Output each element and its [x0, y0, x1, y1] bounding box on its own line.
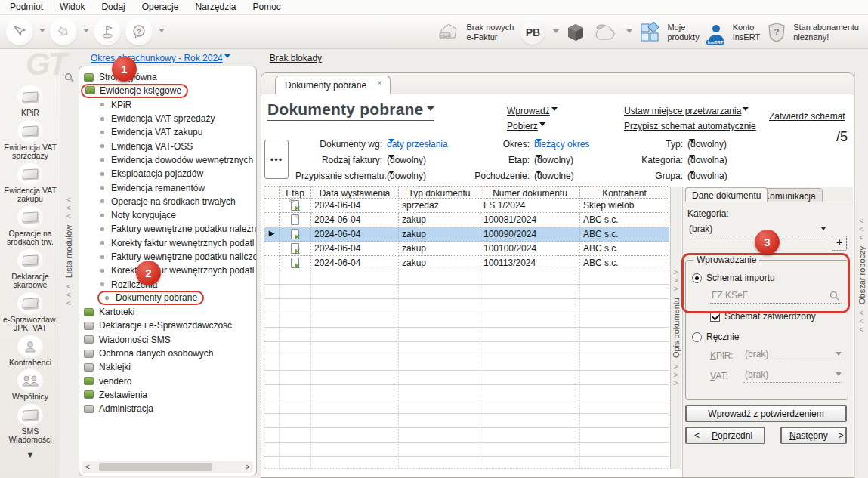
cloud-icon[interactable] — [592, 22, 618, 43]
tab-close-icon[interactable]: × — [377, 78, 382, 88]
tree-item-vat-oss[interactable]: Ewidencja VAT-OSS — [79, 139, 256, 153]
lista-modulow-strip[interactable]: <<< Lista modułów <<< — [61, 66, 76, 473]
wprowadz-link[interactable]: Wprowadź — [507, 106, 558, 116]
tree-item-korekty-nalezny[interactable]: Korekty faktur wewnętrznych podatl — [79, 236, 256, 250]
tree-item-deklaracje[interactable]: Deklaracje i e-Sprawozdawczość — [79, 319, 256, 332]
module-srodki-trwale[interactable]: Operacje na środkach trw. — [0, 206, 60, 247]
wprowadz-z-potwierdzeniem-button[interactable]: Wprowadź z potwierdzeniem — [685, 405, 847, 422]
help-icon[interactable]: ? — [125, 18, 153, 45]
przypisz-schemat-link[interactable]: Przypisz schemat automatycznie — [624, 121, 756, 131]
menu-narzedzia[interactable]: Narzędzia — [187, 0, 244, 14]
accounting-period-link[interactable]: Okres obrachunkowy - Rok 2024 — [91, 53, 230, 63]
send-arrow-icon[interactable] — [50, 18, 77, 45]
tree-item-noty-korygujace[interactable]: Noty korygujące — [79, 208, 256, 222]
select-arrow-dropdown[interactable] — [39, 29, 45, 35]
tree-item-zestawienia[interactable]: Zestawienia — [79, 388, 256, 402]
pobierz-link[interactable]: Pobierz — [507, 121, 545, 131]
col-numer-dokumentu[interactable]: Numer dokumentu — [480, 186, 580, 199]
ustaw-miejsce-link[interactable]: Ustaw miejsce przetwarzania — [624, 106, 749, 116]
col-etap[interactable]: Etap — [280, 186, 311, 199]
tree-item-korekty-naliczony[interactable]: Korekty faktur wewnętrznych podatl — [79, 264, 256, 277]
flag-icon[interactable] — [94, 18, 121, 45]
user-dropdown[interactable] — [553, 29, 559, 36]
schemat-zatwierdzony-checkbox[interactable] — [710, 312, 720, 322]
more-filters-button[interactable]: ••• — [264, 140, 289, 179]
konto-insert-icon[interactable]: InsERT — [706, 23, 726, 42]
table-row[interactable]: 2024-06-04 zakup 100100/2024 ABC s.c. — [264, 242, 669, 256]
scroll-thumb[interactable] — [99, 463, 212, 471]
sidebar-more-chevron[interactable]: ▼ — [26, 450, 35, 459]
recznie-label[interactable]: Ręcznie — [706, 332, 739, 342]
schemat-importu-label[interactable]: Schemat importu — [706, 273, 775, 283]
col-data-wystawienia[interactable]: Data wystawienia — [311, 186, 399, 199]
kpir-dropdown[interactable]: (brak) — [743, 348, 842, 362]
col-kontrahent[interactable]: Kontrahent — [580, 186, 669, 199]
module-ewidencja-vat-zakupu[interactable]: Ewidencja VAT zakupu — [0, 163, 60, 204]
select-arrow-icon[interactable] — [6, 18, 33, 45]
user-initials-button[interactable]: PB — [520, 20, 545, 45]
table-row[interactable]: 2024-06-04 sprzedaż FS 1/2024 Sklep wiel… — [264, 199, 669, 213]
recznie-radio[interactable] — [692, 332, 702, 342]
tree-item-eksploatacja-pojazdow[interactable]: Eksploatacja pojazdów — [79, 167, 256, 180]
cloud-dropdown[interactable] — [626, 29, 632, 36]
send-arrow-dropdown[interactable] — [83, 29, 89, 35]
schemat-zatwierdzony-label[interactable]: Schemat zatwierdzony — [724, 311, 816, 322]
module-ewidencja-vat-sprzedazy[interactable]: Ewidencja VAT sprzedaży — [0, 120, 60, 161]
tree-item-vendero[interactable]: vendero — [79, 375, 256, 388]
module-wspolnicy[interactable]: Wspólnicy — [0, 369, 60, 402]
opis-dokumentu-strip[interactable]: >>> Opis dokumentu >>> — [670, 187, 681, 469]
magnifier-icon[interactable] — [829, 291, 840, 301]
tree-item-operacje-srodki[interactable]: Operacje na środkach trwałych — [79, 195, 256, 208]
scroll-left-arrow[interactable]: < — [82, 463, 93, 471]
tree-item-dowody-wewnetrzne[interactable]: Ewidencja dowodów wewnętrznych — [79, 153, 256, 167]
tree-item-dokumenty-pobrane[interactable]: Dokumenty pobrane — [79, 291, 256, 305]
tree-item-rozliczenia[interactable]: Rozliczenia — [79, 277, 256, 291]
page-title[interactable]: Dokumenty pobrane — [267, 100, 434, 121]
nastepny-button[interactable]: Następny> — [780, 427, 847, 444]
poprzedni-button[interactable]: <Poprzedni — [685, 427, 765, 444]
menu-dodaj[interactable]: Dodaj — [93, 0, 133, 14]
table-row[interactable]: 2024-06-04 zakup 100081/2024 ABC s.c. — [264, 213, 669, 227]
tree-item-strona-glowna[interactable]: Strona główna — [79, 70, 256, 84]
cube-icon[interactable] — [566, 22, 585, 43]
menu-podmiot[interactable]: Podmiot — [2, 0, 51, 14]
schemat-field[interactable]: FZ KSeF — [710, 289, 842, 304]
tab-dane-dokumentu[interactable]: Dane dokumentu — [685, 187, 768, 202]
subscription-shield-icon[interactable]: ? — [767, 22, 786, 43]
zatwierdz-schemat-link[interactable]: Zatwierdź schemat — [769, 111, 845, 122]
lock-status-link[interactable]: Brak blokady — [270, 53, 322, 63]
help-dropdown[interactable] — [159, 29, 165, 35]
schemat-importu-radio[interactable] — [692, 273, 702, 283]
module-kpir[interactable]: KPiR — [0, 85, 60, 118]
module-kontrahenci[interactable]: Kontrahenci — [0, 335, 60, 368]
table-row[interactable]: 2024-06-04 zakup 100113/2024 ABC s.c. — [264, 256, 669, 270]
menu-operacje[interactable]: Operacje — [134, 0, 187, 14]
menu-pomoc[interactable]: Pomoc — [244, 0, 289, 14]
table-row-selected[interactable]: ▶ 2024-06-04 zakup 100090/2024 ABC s.c. — [264, 227, 669, 242]
tree-item-kpir[interactable]: KPiR — [79, 98, 256, 112]
tree-item-ewidencje-ksiegowe[interactable]: Ewidencje księgowe — [79, 84, 256, 97]
tree-item-ochrona-danych[interactable]: Ochrona danych osobowych — [79, 347, 256, 360]
tree-item-kartoteki[interactable]: Kartoteki — [79, 305, 256, 319]
module-sms[interactable]: SMS Wiadomości — [0, 404, 60, 445]
tree-item-naklejki[interactable]: Naklejki — [79, 360, 256, 374]
tree-item-faktury-nalezny[interactable]: Faktury wewnętrzne podatku należn — [79, 222, 256, 236]
menu-widok[interactable]: Widok — [51, 0, 93, 14]
vat-dropdown[interactable]: (brak) — [743, 369, 842, 383]
tree-horizontal-scrollbar[interactable]: < > — [82, 461, 253, 473]
moje-produkty-icon[interactable] — [639, 22, 660, 43]
tree-item-vat-zakupu[interactable]: Ewidencja VAT zakupu — [79, 125, 256, 139]
scroll-right-arrow[interactable]: > — [242, 463, 253, 471]
tree-item-faktury-naliczony[interactable]: Faktury wewnętrzne podatku naliczo — [79, 250, 256, 264]
module-deklaracje-skarbowe[interactable]: Deklaracje skarbowe — [0, 249, 60, 290]
col-typ-dokumentu[interactable]: Typ dokumentu — [399, 186, 480, 199]
tree-item-vat-sprzedazy[interactable]: Ewidencja VAT sprzedaży — [79, 112, 256, 125]
tree-item-administracja[interactable]: Administracja — [79, 402, 256, 415]
ksef-envelope-icon[interactable]: KSeF — [437, 23, 459, 42]
tree-item-remanenty[interactable]: Ewidencja remanentów — [79, 180, 256, 194]
tree-item-wiadomosci-sms[interactable]: Wiadomości SMS — [79, 333, 256, 347]
add-category-button[interactable]: + — [832, 236, 847, 251]
obszar-roboczy-strip[interactable]: <<< Obszar roboczy <<< — [854, 72, 868, 478]
module-jpk-vat[interactable]: e-Sprawozdaw. JPK_VAT — [0, 292, 60, 333]
tab-dokumenty-pobrane[interactable]: Dokumenty pobrane× — [275, 76, 391, 94]
